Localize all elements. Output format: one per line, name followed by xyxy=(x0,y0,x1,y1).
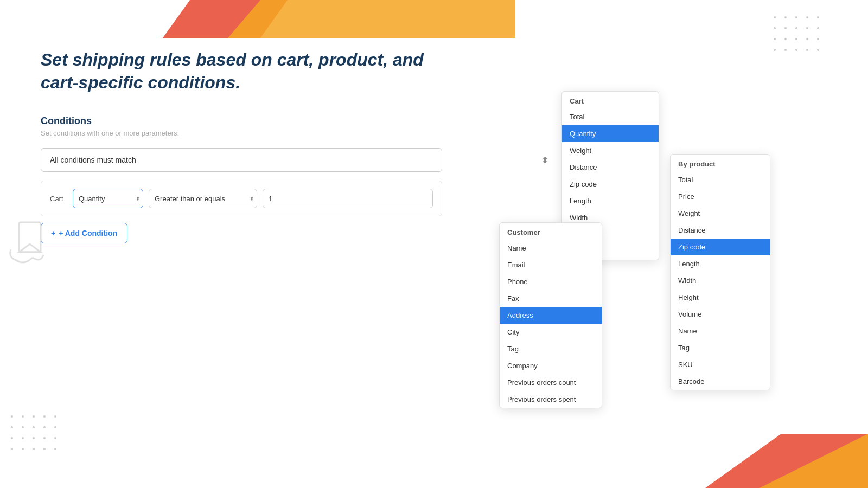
top-decorative-shapes xyxy=(0,0,868,38)
conditions-subtitle: Set conditions with one or more paramete… xyxy=(41,129,556,137)
customer-item-name[interactable]: Name xyxy=(500,240,602,256)
cart-item-weight[interactable]: Weight xyxy=(562,142,659,159)
customer-item-email[interactable]: Email xyxy=(500,256,602,273)
product-item-width[interactable]: Width xyxy=(671,272,770,289)
customer-item-orders-spent[interactable]: Previous orders spent xyxy=(500,391,602,408)
product-item-volume[interactable]: Volume xyxy=(671,306,770,323)
field-select-wrapper: Quantity Total Weight Distance Zip code … xyxy=(73,189,143,208)
bottom-decorative-shapes xyxy=(597,434,868,488)
cart-item-zipcode[interactable]: Zip code xyxy=(562,176,659,192)
product-item-length[interactable]: Length xyxy=(671,255,770,272)
add-condition-label: + Add Condition xyxy=(59,229,117,237)
svg-rect-4 xyxy=(19,222,41,252)
product-item-sku[interactable]: SKU xyxy=(671,356,770,373)
svg-marker-0 xyxy=(163,0,288,38)
cart-item-distance[interactable]: Distance xyxy=(562,159,659,176)
conditions-label: Conditions xyxy=(41,115,556,127)
field-select[interactable]: Quantity Total Weight Distance Zip code … xyxy=(73,189,143,208)
dots-bottom-left xyxy=(11,415,62,455)
operator-select-wrapper: Greater than or equals Less than or equa… xyxy=(149,189,257,208)
condition-row: Cart Quantity Total Weight Distance Zip … xyxy=(41,181,442,216)
customer-item-phone[interactable]: Phone xyxy=(500,273,602,290)
customer-item-company[interactable]: Company xyxy=(500,357,602,374)
product-item-zipcode[interactable]: Zip code xyxy=(671,239,770,255)
match-select[interactable]: All conditions must match Any condition … xyxy=(41,148,442,172)
customer-item-address[interactable]: Address xyxy=(500,307,602,324)
dots-top-right xyxy=(774,16,825,56)
product-item-weight[interactable]: Weight xyxy=(671,205,770,222)
conditions-section: Conditions Set conditions with one or mo… xyxy=(41,115,556,243)
product-item-distance[interactable]: Distance xyxy=(671,222,770,239)
cart-item-quantity[interactable]: Quantity xyxy=(562,125,659,142)
svg-marker-5 xyxy=(19,244,41,252)
product-item-name[interactable]: Name xyxy=(671,323,770,339)
product-item-price[interactable]: Price xyxy=(671,188,770,205)
illustration xyxy=(5,217,65,277)
svg-marker-3 xyxy=(760,434,868,488)
condition-category-label: Cart xyxy=(50,195,67,203)
cart-item-length[interactable]: Length xyxy=(562,192,659,209)
product-dropdown: By product Total Price Weight Distance Z… xyxy=(670,154,770,390)
main-content: Set shipping rules based on cart, produc… xyxy=(41,49,556,243)
match-select-wrapper: All conditions must match Any condition … xyxy=(41,148,556,172)
customer-item-city[interactable]: City xyxy=(500,324,602,341)
svg-marker-1 xyxy=(228,0,515,38)
value-input[interactable] xyxy=(263,189,433,208)
page-title: Set shipping rules based on cart, produc… xyxy=(41,49,556,94)
product-dropdown-header: By product xyxy=(671,155,770,171)
svg-marker-2 xyxy=(705,434,868,488)
customer-item-fax[interactable]: Fax xyxy=(500,290,602,307)
product-item-total[interactable]: Total xyxy=(671,171,770,188)
cart-item-total[interactable]: Total xyxy=(562,108,659,125)
product-item-tag[interactable]: Tag xyxy=(671,339,770,356)
cart-dropdown-header: Cart xyxy=(562,92,659,108)
product-item-height[interactable]: Height xyxy=(671,289,770,306)
customer-item-tag[interactable]: Tag xyxy=(500,341,602,357)
customer-dropdown-header: Customer xyxy=(500,223,602,240)
operator-select[interactable]: Greater than or equals Less than or equa… xyxy=(149,189,257,208)
customer-item-orders-count[interactable]: Previous orders count xyxy=(500,374,602,391)
match-select-arrow-icon: ⬍ xyxy=(541,155,548,165)
product-item-barcode[interactable]: Barcode xyxy=(671,373,770,390)
customer-dropdown: Customer Name Email Phone Fax Address Ci… xyxy=(499,222,602,408)
